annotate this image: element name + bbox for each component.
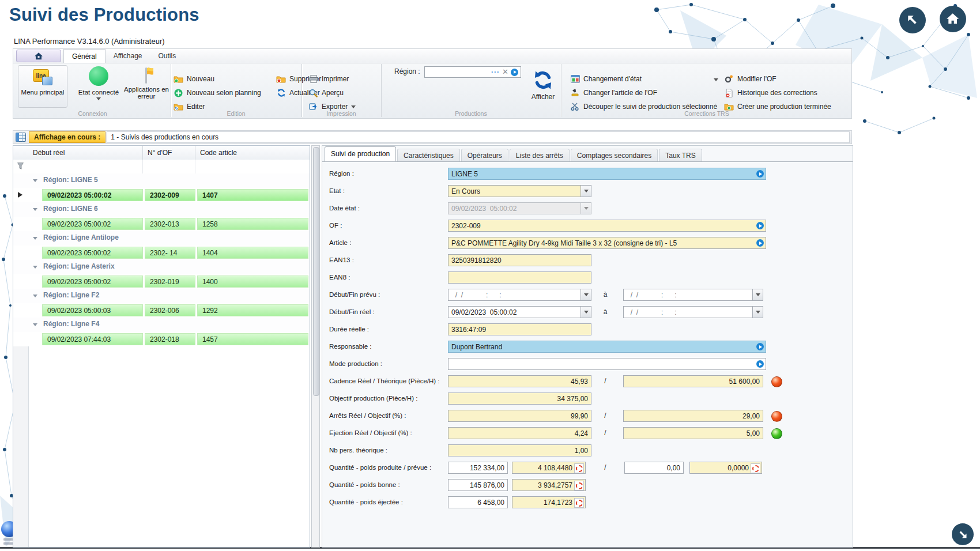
scrollbar-thumb[interactable] bbox=[313, 147, 319, 396]
cell-code-article[interactable]: 1457 bbox=[197, 333, 308, 345]
objectif-production-field[interactable]: 34 375,00 bbox=[448, 393, 591, 405]
dropdown-button[interactable] bbox=[752, 307, 763, 318]
cell-code-article[interactable]: 1400 bbox=[197, 276, 308, 288]
open-record-icon[interactable] bbox=[756, 222, 764, 229]
table-row[interactable]: 09/02/2023 05:00:02 2302-009 1407 bbox=[13, 188, 310, 202]
weight-unit-icon[interactable] bbox=[574, 481, 584, 490]
debut-reel-datepicker[interactable]: 09/02/2023 05:00:02 bbox=[448, 306, 591, 318]
collapse-caret-icon[interactable] bbox=[33, 237, 37, 240]
changer-article-button[interactable]: Changer l'article de l'OF bbox=[570, 88, 657, 97]
cell-no-of[interactable]: 2302-009 bbox=[145, 189, 195, 201]
cell-no-of[interactable]: 2302-018 bbox=[145, 333, 195, 345]
cell-code-article[interactable]: 1407 bbox=[197, 189, 308, 201]
column-header-code-article[interactable]: Code article bbox=[195, 146, 310, 160]
applications-en-erreur-button[interactable]: Applications en erreur bbox=[124, 66, 169, 100]
dropdown-button[interactable] bbox=[752, 289, 763, 300]
group-row[interactable]: Région: Ligne Asterix bbox=[13, 260, 310, 275]
tab-comptages-secondaires[interactable]: Comptages secondaires bbox=[571, 149, 658, 161]
apercu-button[interactable]: Aperçu bbox=[308, 88, 344, 97]
scroll-top-left-button[interactable] bbox=[899, 7, 926, 33]
afficher-button[interactable]: Afficher bbox=[525, 70, 561, 101]
ean13-field[interactable]: 3250391812820 bbox=[448, 254, 591, 266]
chevron-down-icon[interactable] bbox=[714, 78, 718, 81]
cell-no-of[interactable]: 2302-019 bbox=[145, 276, 195, 288]
region-filter-input[interactable]: ··· ✕ bbox=[424, 66, 521, 78]
tab-taux-trs[interactable]: Taux TRS bbox=[659, 149, 702, 161]
open-record-icon[interactable] bbox=[756, 170, 764, 178]
duree-reelle-field[interactable]: 3316:47:09 bbox=[448, 323, 591, 335]
changement-etat-button[interactable]: Changement d'état bbox=[570, 74, 642, 84]
collapse-caret-icon[interactable] bbox=[33, 266, 37, 269]
clear-icon[interactable]: ✕ bbox=[502, 69, 508, 76]
dropdown-button[interactable] bbox=[581, 307, 591, 318]
arrets-objectif-field[interactable]: 29,00 bbox=[623, 410, 763, 422]
scroll-bottom-right-button[interactable] bbox=[952, 523, 974, 545]
historique-corrections-button[interactable]: Historique des corrections bbox=[724, 88, 817, 97]
ribbon-tab-affichage[interactable]: Affichage bbox=[105, 49, 150, 63]
tab-liste-des-arrets[interactable]: Liste des arrêts bbox=[510, 149, 570, 161]
debut-prevu-datepicker[interactable]: / / : : bbox=[448, 289, 591, 301]
open-record-icon[interactable] bbox=[756, 239, 764, 247]
ribbon-tab-outils[interactable]: Outils bbox=[150, 49, 184, 63]
cell-no-of[interactable]: 2302-006 bbox=[145, 304, 195, 316]
region-field[interactable]: LIGNE 5 bbox=[448, 168, 766, 180]
ribbon-tab-general[interactable]: Général bbox=[63, 49, 105, 63]
home-button[interactable] bbox=[940, 6, 966, 32]
cell-no-of[interactable]: 2302- 14 bbox=[145, 247, 195, 259]
column-header-debut-reel[interactable]: Début réel bbox=[28, 146, 143, 160]
ejection-objectif-field[interactable]: 5,00 bbox=[623, 427, 763, 439]
cadence-reel-field[interactable]: 45,93 bbox=[448, 375, 591, 387]
etat-connecte-button[interactable]: Etat connecté bbox=[73, 66, 124, 100]
table-row[interactable]: 09/02/2023 05:00:02 2302-019 1400 bbox=[13, 274, 310, 289]
fin-prevu-datepicker[interactable]: / / : : bbox=[623, 289, 763, 301]
etat-combobox[interactable]: En Cours bbox=[448, 185, 591, 197]
responsable-field[interactable]: Dupont Bertrand bbox=[448, 341, 766, 353]
weight-unit-icon[interactable] bbox=[751, 463, 760, 473]
grid-filter-row[interactable] bbox=[13, 160, 310, 174]
weight-unit-icon[interactable] bbox=[574, 498, 584, 508]
poids-produit-field[interactable]: 4 108,4480 bbox=[512, 462, 586, 474]
table-row[interactable]: 09/02/2023 05:00:02 2302-013 1258 bbox=[13, 217, 310, 231]
poids-prevu-field[interactable]: 0,0000 bbox=[689, 462, 762, 474]
open-record-icon[interactable] bbox=[756, 343, 764, 350]
group-row[interactable]: Région: Ligne F4 bbox=[13, 318, 310, 333]
mode-production-field[interactable] bbox=[448, 358, 766, 370]
group-row[interactable]: Région: LIGNE 5 bbox=[13, 173, 310, 188]
tab-operateurs[interactable]: Opérateurs bbox=[461, 149, 508, 161]
nouveau-selon-planning-button[interactable]: Nouveau selon planning bbox=[174, 88, 261, 97]
column-header-no-of[interactable]: N° d'OF bbox=[143, 146, 195, 160]
nouveau-button[interactable]: Nouveau bbox=[174, 74, 214, 84]
nb-pers-field[interactable]: 1,00 bbox=[448, 444, 591, 456]
table-row[interactable]: 09/02/2023 05:00:02 2302- 14 1404 bbox=[13, 246, 310, 260]
current-view-value[interactable]: 1 - Suivis des productions en cours bbox=[107, 131, 850, 143]
cell-debut-reel[interactable]: 09/02/2023 07:44:03 bbox=[42, 333, 143, 345]
fin-reel-datepicker[interactable]: / / : : bbox=[623, 306, 763, 318]
apply-filter-icon[interactable] bbox=[511, 69, 518, 76]
cell-debut-reel[interactable]: 09/02/2023 05:00:03 bbox=[42, 304, 143, 316]
poids-bon-field[interactable]: 3 934,2757 bbox=[512, 479, 586, 491]
arrets-reel-field[interactable]: 99,90 bbox=[448, 410, 591, 422]
cell-debut-reel[interactable]: 09/02/2023 05:00:02 bbox=[42, 247, 143, 259]
tab-caracteristiques[interactable]: Caractéristiques bbox=[397, 149, 460, 161]
dropdown-button[interactable] bbox=[581, 289, 591, 300]
open-record-icon[interactable] bbox=[756, 360, 764, 368]
cell-no-of[interactable]: 2302-013 bbox=[145, 218, 195, 230]
poids-ejecte-field[interactable]: 174,1723 bbox=[512, 496, 586, 508]
cell-debut-reel[interactable]: 09/02/2023 05:00:02 bbox=[42, 218, 143, 230]
modifier-of-button[interactable]: Modifier l'OF bbox=[724, 74, 777, 84]
group-row[interactable]: Région: LIGNE 6 bbox=[13, 202, 310, 217]
collapse-caret-icon[interactable] bbox=[33, 208, 37, 211]
qte-bonne-field[interactable]: 145 876,00 bbox=[448, 479, 508, 491]
imprimer-button[interactable]: Imprimer bbox=[308, 74, 349, 84]
cell-code-article[interactable]: 1404 bbox=[197, 247, 308, 259]
cell-debut-reel[interactable]: 09/02/2023 05:00:02 bbox=[42, 189, 143, 201]
ellipsis-icon[interactable]: ··· bbox=[491, 69, 500, 75]
cell-code-article[interactable]: 1292 bbox=[197, 304, 308, 316]
ejection-reel-field[interactable]: 4,24 bbox=[448, 427, 591, 439]
cell-code-article[interactable]: 1258 bbox=[197, 218, 308, 230]
table-row[interactable]: 09/02/2023 05:00:03 2302-006 1292 bbox=[13, 303, 310, 318]
weight-unit-icon[interactable] bbox=[574, 463, 584, 473]
qte-ejectee-field[interactable]: 6 458,00 bbox=[448, 496, 508, 508]
collapse-caret-icon[interactable] bbox=[33, 295, 37, 297]
ribbon-home-button[interactable] bbox=[16, 50, 61, 62]
